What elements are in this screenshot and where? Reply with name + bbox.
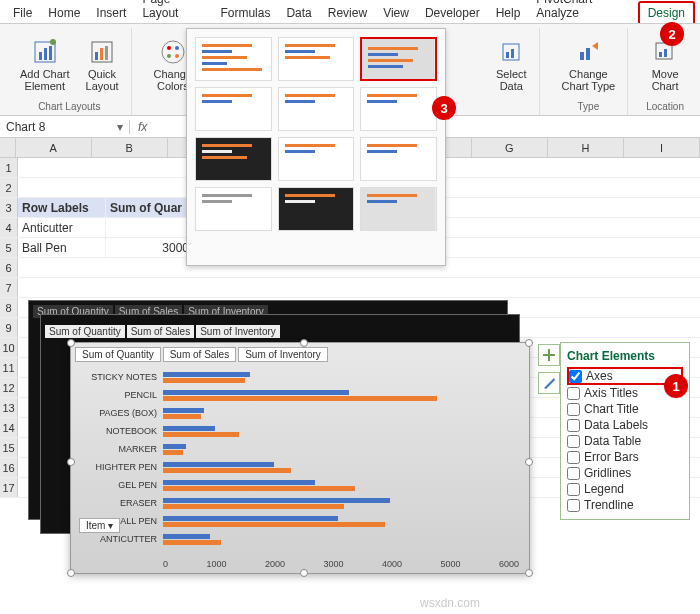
svg-rect-27: [285, 44, 335, 47]
svg-rect-22: [202, 44, 252, 47]
resize-handle[interactable]: [300, 569, 308, 577]
style-thumb[interactable]: [278, 87, 355, 131]
svg-rect-35: [202, 94, 252, 97]
chart-styles-button[interactable]: [538, 372, 560, 394]
svg-rect-33: [368, 59, 413, 62]
svg-rect-31: [368, 47, 418, 50]
badge-1: 1: [664, 374, 688, 398]
plus-icon: [541, 347, 557, 363]
tab-help[interactable]: Help: [488, 3, 529, 23]
tab-pagelayout[interactable]: Page Layout: [134, 0, 212, 23]
select-data-button[interactable]: Select Data: [492, 28, 531, 101]
group-label: Location: [646, 101, 684, 115]
resize-handle[interactable]: [525, 339, 533, 347]
resize-handle[interactable]: [525, 458, 533, 466]
style-thumb[interactable]: [360, 87, 437, 131]
ribbon-tabs: File Home Insert Page Layout Formulas Da…: [0, 0, 700, 24]
svg-rect-7: [100, 48, 103, 60]
change-chart-type-button[interactable]: Change Chart Type: [558, 28, 620, 101]
tab-pivotanalyze[interactable]: PivotChart Analyze: [528, 0, 637, 23]
palette-icon: [159, 38, 187, 66]
tab-formulas[interactable]: Formulas: [212, 3, 278, 23]
chart-elements-panel: Chart Elements Axes Axis Titles Chart Ti…: [560, 342, 690, 520]
resize-handle[interactable]: [67, 569, 75, 577]
chart-styles-gallery[interactable]: [186, 28, 446, 266]
style-thumb[interactable]: [195, 37, 272, 81]
change-type-icon: [574, 38, 602, 66]
group-label: Chart Layouts: [38, 101, 100, 115]
pivot-chart[interactable]: Sum of Quantity Sum of Sales Sum of Inve…: [70, 342, 530, 574]
tab-insert[interactable]: Insert: [88, 3, 134, 23]
svg-point-11: [175, 46, 179, 50]
resize-handle[interactable]: [525, 569, 533, 577]
svg-rect-36: [202, 100, 232, 103]
svg-rect-46: [367, 144, 417, 147]
tab-file[interactable]: File: [5, 3, 40, 23]
svg-rect-2: [44, 48, 47, 60]
panel-title: Chart Elements: [567, 349, 683, 363]
svg-rect-28: [285, 50, 315, 53]
elem-data-labels[interactable]: Data Labels: [567, 417, 683, 433]
add-chart-element-button[interactable]: Add Chart Element: [16, 28, 74, 101]
svg-rect-45: [285, 150, 315, 153]
svg-rect-3: [49, 46, 52, 60]
tab-review[interactable]: Review: [320, 3, 375, 23]
tab-data[interactable]: Data: [278, 3, 319, 23]
elem-chart-title[interactable]: Chart Title: [567, 401, 683, 417]
style-thumb[interactable]: [360, 187, 437, 231]
svg-rect-44: [285, 144, 335, 147]
chart-element-icon: [31, 38, 59, 66]
elem-trendline[interactable]: Trendline: [567, 497, 683, 513]
svg-rect-24: [202, 56, 247, 59]
resize-handle[interactable]: [67, 339, 75, 347]
style-thumb[interactable]: [278, 187, 355, 231]
svg-rect-6: [95, 52, 98, 60]
style-thumb[interactable]: [278, 37, 355, 81]
svg-rect-1: [39, 52, 42, 60]
chart-field-buttons: Sum of Quantity Sum of Sales Sum of Inve…: [71, 343, 529, 366]
svg-rect-18: [586, 48, 590, 60]
svg-rect-49: [202, 200, 232, 203]
tab-view[interactable]: View: [375, 3, 417, 23]
brush-icon: [541, 375, 557, 391]
plot-area[interactable]: STICKY NOTES PENCIL PAGES (BOX) NOTEBOOK…: [163, 370, 529, 550]
quick-layout-button[interactable]: Quick Layout: [82, 28, 123, 101]
style-thumb[interactable]: [195, 137, 272, 181]
svg-rect-26: [202, 68, 262, 71]
fx-label: fx: [130, 120, 155, 134]
style-thumb[interactable]: [278, 137, 355, 181]
svg-point-12: [167, 54, 171, 58]
x-axis: 0100020003000400050006000: [163, 559, 519, 569]
svg-rect-8: [105, 46, 108, 60]
svg-rect-23: [202, 50, 232, 53]
svg-rect-32: [368, 53, 398, 56]
svg-rect-37: [285, 94, 335, 97]
svg-rect-51: [285, 200, 315, 203]
svg-rect-15: [506, 52, 509, 58]
resize-handle[interactable]: [300, 339, 308, 347]
svg-rect-16: [511, 49, 514, 58]
tab-developer[interactable]: Developer: [417, 3, 488, 23]
chevron-down-icon: ▾: [117, 120, 123, 134]
svg-rect-43: [202, 156, 247, 159]
style-thumb[interactable]: [360, 137, 437, 181]
svg-rect-21: [664, 49, 667, 57]
tab-home[interactable]: Home: [40, 3, 88, 23]
elem-data-table[interactable]: Data Table: [567, 433, 683, 449]
elem-error-bars[interactable]: Error Bars: [567, 449, 683, 465]
svg-rect-42: [202, 150, 232, 153]
style-thumb[interactable]: [195, 187, 272, 231]
svg-rect-17: [580, 52, 584, 60]
svg-point-13: [175, 54, 179, 58]
chart-elements-button[interactable]: [538, 344, 560, 366]
name-box[interactable]: Chart 8▾: [0, 120, 130, 134]
select-data-icon: [497, 38, 525, 66]
item-filter-button[interactable]: Item ▾: [79, 518, 120, 533]
style-thumb-selected[interactable]: [360, 37, 437, 81]
style-thumb[interactable]: [195, 87, 272, 131]
elem-legend[interactable]: Legend: [567, 481, 683, 497]
resize-handle[interactable]: [67, 458, 75, 466]
tab-design[interactable]: Design: [638, 1, 695, 23]
elem-gridlines[interactable]: Gridlines: [567, 465, 683, 481]
svg-rect-20: [659, 52, 662, 57]
